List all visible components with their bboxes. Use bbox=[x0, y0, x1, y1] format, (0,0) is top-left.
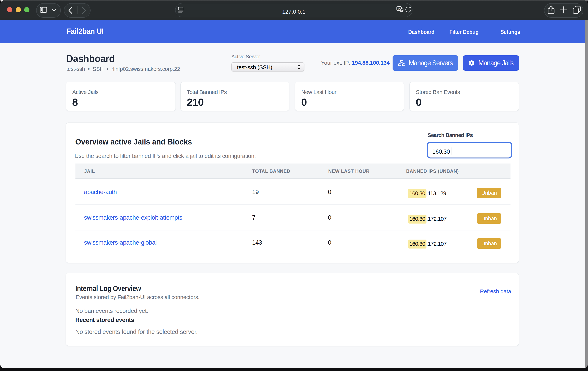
svg-text:A: A bbox=[398, 7, 400, 11]
